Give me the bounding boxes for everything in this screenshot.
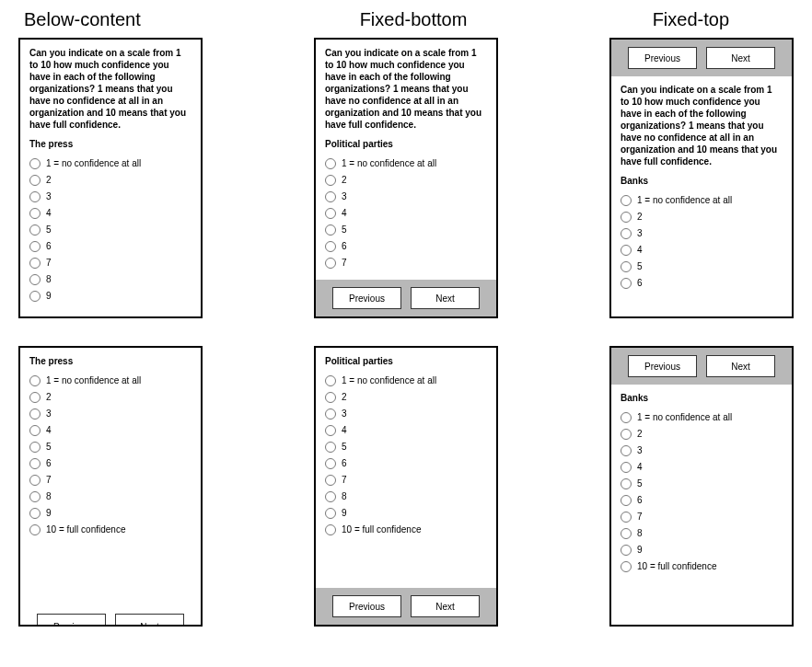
option-10[interactable]: 10 = full confidence <box>29 523 191 535</box>
radio-icon <box>325 258 336 269</box>
option-4[interactable]: 4 <box>29 207 191 219</box>
nav-bar-top: Previous Next <box>611 40 792 76</box>
option-label: 5 <box>46 441 52 453</box>
option-6[interactable]: 6 <box>621 277 783 289</box>
option-9[interactable]: 9 <box>29 290 191 302</box>
radio-icon <box>621 512 632 523</box>
option-2[interactable]: 2 <box>29 174 191 186</box>
option-label: 3 <box>342 408 347 420</box>
option-3[interactable]: 3 <box>621 227 783 239</box>
option-6[interactable]: 6 <box>29 457 191 469</box>
option-6[interactable]: 6 <box>621 494 783 506</box>
radio-icon <box>621 462 632 473</box>
option-label: 2 <box>342 391 347 403</box>
option-5[interactable]: 5 <box>29 441 191 453</box>
next-button[interactable]: Next <box>706 355 775 377</box>
option-label: 8 <box>637 527 643 539</box>
option-1[interactable]: 1 = no confidence at all <box>325 157 487 169</box>
option-9[interactable]: 9 <box>621 544 783 556</box>
option-4[interactable]: 4 <box>325 424 487 436</box>
next-button[interactable]: Next <box>411 287 480 309</box>
option-10[interactable]: 10 = full confidence <box>621 560 783 572</box>
previous-button[interactable]: Previous <box>332 595 401 617</box>
radio-icon <box>621 561 632 572</box>
option-5[interactable]: 5 <box>621 477 783 489</box>
previous-button[interactable]: Previous <box>628 47 697 69</box>
option-7[interactable]: 7 <box>325 257 487 269</box>
option-label: 3 <box>46 408 52 420</box>
option-1[interactable]: 1 = no confidence at all <box>325 374 487 386</box>
radio-icon <box>29 425 41 436</box>
option-2[interactable]: 2 <box>325 391 487 403</box>
option-1[interactable]: 1 = no confidence at all <box>621 411 783 423</box>
option-label: 2 <box>46 391 52 403</box>
option-4[interactable]: 4 <box>621 461 783 473</box>
radio-icon <box>325 408 336 420</box>
option-6[interactable]: 6 <box>325 457 487 469</box>
radio-icon <box>29 458 41 469</box>
option-2[interactable]: 2 <box>325 174 487 186</box>
radio-icon <box>621 245 632 256</box>
option-2[interactable]: 2 <box>621 211 783 223</box>
option-8[interactable]: 8 <box>29 490 191 502</box>
option-3[interactable]: 3 <box>325 408 487 420</box>
option-1[interactable]: 1 = no confidence at all <box>29 157 191 169</box>
previous-button[interactable]: Previous <box>37 614 106 627</box>
column-headings: Below-content Fixed-bottom Fixed-top <box>18 9 794 30</box>
option-3[interactable]: 3 <box>29 408 191 420</box>
subject-banks: Banks <box>621 175 783 187</box>
next-button[interactable]: Next <box>706 47 775 69</box>
option-label: 5 <box>342 224 347 236</box>
phone-below-content-bottom: The press 1 = no confidence at all 2 3 4… <box>18 346 203 627</box>
option-5[interactable]: 5 <box>325 224 487 236</box>
option-5[interactable]: 5 <box>325 441 487 453</box>
option-label: 6 <box>637 494 643 506</box>
option-label: 5 <box>342 441 347 453</box>
option-7[interactable]: 7 <box>29 474 191 486</box>
next-button[interactable]: Next <box>115 614 184 627</box>
option-8[interactable]: 8 <box>621 527 783 539</box>
option-3[interactable]: 3 <box>621 444 783 456</box>
previous-button[interactable]: Previous <box>628 355 697 377</box>
option-7[interactable]: 7 <box>325 474 487 486</box>
option-label: 7 <box>46 474 52 486</box>
radio-icon <box>621 478 632 489</box>
option-label: 5 <box>637 477 643 489</box>
option-9[interactable]: 9 <box>325 507 487 519</box>
nav-bar-below: Previous Next <box>20 614 201 627</box>
option-3[interactable]: 3 <box>325 190 487 202</box>
option-9[interactable]: 9 <box>29 507 191 519</box>
radio-icon <box>325 158 336 169</box>
option-6[interactable]: 6 <box>29 240 191 252</box>
radio-icon <box>29 475 41 486</box>
subject-parties: Political parties <box>325 138 487 150</box>
option-7[interactable]: 7 <box>29 257 191 269</box>
option-4[interactable]: 4 <box>325 207 487 219</box>
option-8[interactable]: 8 <box>29 273 191 285</box>
radio-icon <box>621 278 632 289</box>
option-5[interactable]: 5 <box>29 224 191 236</box>
radio-icon <box>29 175 41 186</box>
options-list: 1 = no confidence at all 2 3 4 5 6 <box>621 194 783 289</box>
option-8[interactable]: 8 <box>325 490 487 502</box>
option-10[interactable]: 10 = full confidence <box>325 523 487 535</box>
option-6[interactable]: 6 <box>325 240 487 252</box>
option-1[interactable]: 1 = no confidence at all <box>621 194 783 206</box>
option-3[interactable]: 3 <box>29 190 191 202</box>
next-button[interactable]: Next <box>411 595 480 617</box>
option-2[interactable]: 2 <box>621 428 783 440</box>
option-7[interactable]: 7 <box>621 511 783 523</box>
radio-icon <box>621 228 632 239</box>
option-5[interactable]: 5 <box>621 260 783 272</box>
option-label: 6 <box>46 457 52 469</box>
option-4[interactable]: 4 <box>29 424 191 436</box>
radio-icon <box>621 412 632 423</box>
option-2[interactable]: 2 <box>29 391 191 403</box>
option-1[interactable]: 1 = no confidence at all <box>29 374 191 386</box>
previous-button[interactable]: Previous <box>332 287 401 309</box>
option-label: 2 <box>46 174 52 186</box>
subject-press: The press <box>29 355 191 367</box>
option-label: 6 <box>342 457 347 469</box>
option-label: 1 = no confidence at all <box>637 411 732 423</box>
option-4[interactable]: 4 <box>621 244 783 256</box>
